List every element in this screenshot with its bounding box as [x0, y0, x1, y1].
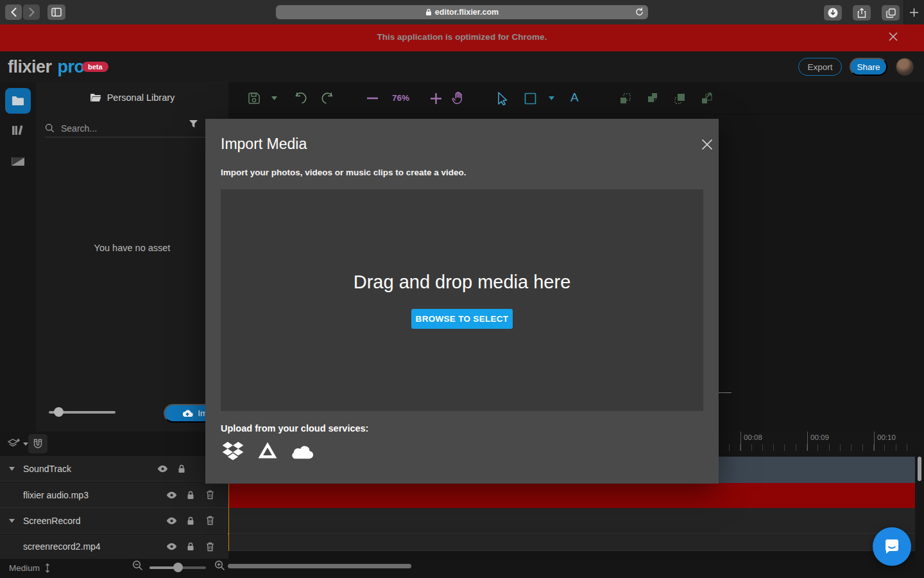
eye-icon[interactable] — [162, 543, 181, 550]
save-button[interactable] — [246, 91, 262, 106]
modal-description: Import your photos, videos or music clip… — [221, 168, 466, 177]
save-options-caret-icon[interactable] — [270, 91, 278, 106]
zoom-out-button[interactable] — [364, 91, 380, 106]
lock-icon[interactable] — [181, 542, 200, 551]
trash-icon[interactable] — [200, 516, 219, 525]
lock-icon[interactable] — [181, 491, 200, 500]
lock-icon[interactable] — [181, 516, 200, 525]
timeline-vertical-scrollbar[interactable] — [918, 457, 921, 481]
ruler-label: 00:08 — [744, 434, 762, 441]
chat-bubble-icon — [883, 538, 901, 556]
track-name: SoundTrack — [23, 464, 153, 474]
modal-title: Import Media — [221, 136, 307, 153]
ruler-label: 00:09 — [810, 434, 829, 441]
trash-icon[interactable] — [200, 542, 219, 552]
rail-item-media[interactable] — [5, 148, 31, 174]
onedrive-icon[interactable] — [290, 440, 314, 462]
collapse-caret-icon[interactable] — [9, 467, 18, 471]
browser-sidebar-toggle[interactable] — [47, 4, 65, 20]
lock-icon[interactable] — [172, 464, 191, 473]
zoom-level-value[interactable]: 76% — [392, 93, 409, 103]
ruler-label: 00:10 — [877, 434, 896, 441]
lock-icon — [425, 8, 432, 16]
cloud-services-label: Upload from your cloud services: — [221, 423, 368, 434]
redo-button[interactable] — [320, 91, 335, 106]
dropbox-icon[interactable] — [221, 440, 245, 462]
track-row-screenrecord[interactable]: ScreenRecord — [0, 508, 228, 534]
browser-downloads-button[interactable] — [824, 5, 842, 21]
filter-icon[interactable] — [189, 119, 198, 128]
screenrecord-track-lane[interactable] — [228, 508, 915, 534]
timeline-zoom-slider-thumb[interactable] — [173, 563, 183, 572]
undo-button[interactable] — [293, 91, 308, 106]
track-name: ScreenRecord — [23, 516, 162, 526]
track-density-control[interactable]: Medium — [9, 563, 50, 573]
thumbnail-size-slider-thumb[interactable] — [54, 407, 64, 417]
bring-to-front-button[interactable] — [699, 91, 715, 106]
collapse-caret-icon[interactable] — [9, 519, 18, 523]
chat-widget-button[interactable] — [873, 527, 911, 566]
track-row-flixier-audio[interactable]: flixier audio.mp3 — [0, 482, 228, 508]
send-to-back-button[interactable] — [672, 91, 688, 106]
shape-tool[interactable] — [522, 91, 538, 106]
track-row-screenrecord2[interactable]: screenrecord2.mp4 — [0, 534, 228, 559]
audio-clip-bar[interactable] — [228, 483, 915, 508]
chevron-right-icon — [29, 8, 35, 17]
bring-forward-button[interactable] — [645, 91, 660, 106]
browse-to-select-button[interactable]: BROWSE TO SELECT — [411, 309, 513, 329]
eye-icon[interactable] — [162, 491, 181, 499]
pan-hand-tool[interactable] — [450, 91, 466, 106]
plus-icon — [909, 8, 919, 17]
zoom-in-button[interactable] — [428, 91, 443, 106]
shape-options-caret-icon[interactable] — [547, 91, 556, 106]
chevron-left-icon — [11, 8, 17, 17]
media-dropzone[interactable]: Drag and drop media here BROWSE TO SELEC… — [221, 189, 703, 411]
reload-icon[interactable] — [635, 7, 644, 17]
beta-badge: beta — [82, 62, 108, 72]
export-button[interactable]: Export — [798, 58, 842, 76]
trash-icon[interactable] — [200, 490, 219, 500]
eye-icon[interactable] — [153, 465, 172, 473]
add-track-button[interactable] — [5, 434, 30, 453]
tabs-icon — [886, 8, 896, 18]
cloud-upload-icon — [182, 409, 193, 417]
density-label: Medium — [9, 563, 40, 573]
browser-new-tab-button[interactable] — [903, 0, 924, 24]
select-cursor-tool[interactable] — [495, 91, 511, 106]
browser-back-button[interactable] — [5, 4, 22, 20]
search-icon — [45, 123, 55, 133]
screenrecord2-track-lane[interactable] — [228, 534, 915, 551]
personal-library-panel: Personal Library You have no asset Impor… — [36, 82, 228, 432]
app-window: editor.flixier.com This application is o… — [0, 0, 924, 578]
folder-icon — [12, 96, 24, 106]
send-backward-button[interactable] — [618, 91, 633, 106]
timeline-horizontal-scrollbar[interactable] — [228, 564, 411, 568]
track-name: flixier audio.mp3 — [23, 490, 162, 500]
search-field — [45, 119, 205, 137]
rail-item-stock[interactable] — [5, 118, 31, 143]
flixier-logo: flixierpro — [8, 57, 85, 77]
timeline-zoom-in-button[interactable] — [214, 560, 225, 571]
share-button[interactable]: Share — [850, 58, 887, 76]
up-down-arrow-icon — [45, 563, 50, 573]
snap-magnet-button[interactable] — [28, 434, 47, 453]
browser-tabs-button[interactable] — [882, 5, 900, 21]
search-input[interactable] — [61, 123, 205, 134]
modal-close-icon[interactable] — [701, 138, 714, 151]
browser-address-bar[interactable]: editor.flixier.com — [276, 5, 648, 19]
app-header: flixierpro Sample Video — [0, 51, 924, 82]
track-row-soundtrack[interactable]: SoundTrack — [0, 456, 228, 482]
text-tool[interactable]: A — [570, 91, 579, 105]
url-text: editor.flixier.com — [435, 8, 499, 17]
user-avatar[interactable] — [896, 58, 914, 76]
folder-open-icon — [90, 93, 101, 102]
panel-title: Personal Library — [107, 92, 175, 103]
google-drive-icon[interactable] — [255, 440, 280, 462]
timeline-zoom-out-button[interactable] — [132, 560, 143, 571]
eye-icon[interactable] — [162, 517, 181, 525]
banner-close-icon[interactable] — [888, 31, 900, 43]
browser-share-button[interactable] — [853, 5, 871, 21]
browser-forward-button[interactable] — [23, 4, 40, 20]
rail-item-library[interactable] — [5, 88, 31, 114]
ruler-tick — [807, 432, 808, 451]
